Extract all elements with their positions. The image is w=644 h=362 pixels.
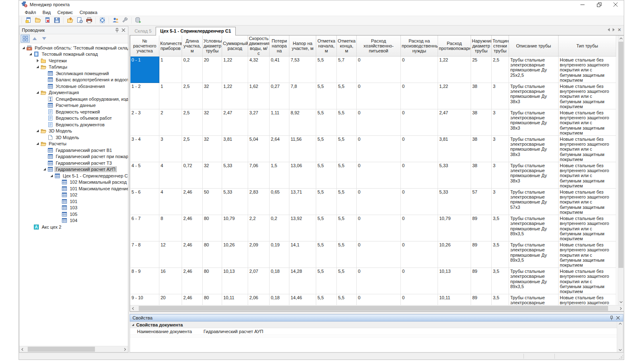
close-button[interactable]: [607, 0, 624, 9]
users-button[interactable]: [111, 17, 120, 25]
grid-cell[interactable]: 0: [357, 162, 401, 189]
grid-cell[interactable]: 80: [203, 241, 222, 268]
grid-cell[interactable]: 2,47: [222, 109, 248, 136]
grid-cell[interactable]: 0: [401, 83, 438, 109]
grid-cell[interactable]: Новые стальные без внутреннего защитного…: [559, 136, 616, 162]
grid-cell[interactable]: 80: [203, 268, 222, 294]
grid-cell[interactable]: 2,47: [438, 109, 471, 136]
tree-item[interactable]: Тестовый пожарный склад: [19, 51, 128, 58]
tree-item[interactable]: Цех 5-1 - Спринклердренчер С1: [19, 173, 128, 179]
column-header[interactable]: Расход хозяйственно-питьевой: [357, 35, 401, 57]
grid-cell[interactable]: 13,06: [289, 162, 316, 189]
tree-item[interactable]: 102: [19, 192, 128, 199]
properties-group-row[interactable]: Свойства документа: [130, 322, 617, 328]
grid-cell[interactable]: 2,06: [248, 294, 270, 305]
grid-cell[interactable]: Новые стальные без внутреннего защитного…: [559, 109, 616, 136]
tree-item[interactable]: 104: [19, 218, 128, 224]
grid-cell[interactable]: 89: [471, 268, 492, 294]
properties-vscrollbar[interactable]: [617, 322, 623, 352]
grid-cell[interactable]: 8,92: [289, 109, 316, 136]
grid-cell[interactable]: 38: [471, 136, 492, 162]
grid-cell[interactable]: 5,5: [316, 215, 337, 241]
grid-cell[interactable]: Трубы стальные электросварные прямошовны…: [509, 294, 559, 305]
column-header[interactable]: № расчетного участка: [130, 35, 159, 57]
grid-cell[interactable]: 5,04: [248, 136, 270, 162]
property-row[interactable]: Наименование документа Гидравлический ра…: [130, 328, 617, 335]
grid-cell[interactable]: 2 - 3: [130, 109, 159, 136]
column-header[interactable]: Расход на производственные нужды: [401, 35, 438, 57]
tree-item[interactable]: Ведомость документов: [19, 121, 128, 128]
grid-cell[interactable]: 0: [357, 241, 401, 268]
scroll-down-icon[interactable]: [618, 348, 621, 351]
grid-cell[interactable]: 2,46: [182, 241, 203, 268]
grid-cell[interactable]: 11,56: [289, 136, 316, 162]
tree-item[interactable]: Гидравлический расчет АУП: [19, 166, 128, 173]
grid-cell[interactable]: 3: [492, 136, 509, 162]
column-header[interactable]: Количество приборов: [159, 35, 182, 57]
pin-icon[interactable]: [114, 27, 120, 33]
grid-cell[interactable]: 14,28: [289, 268, 316, 294]
group-view-button[interactable]: [21, 35, 30, 43]
grid-cell[interactable]: 4,32: [248, 57, 270, 83]
tree-item[interactable]: Акс цех 2: [19, 224, 128, 230]
grid-cell[interactable]: Новые стальные без внутреннего защитного…: [559, 57, 616, 83]
tree-item[interactable]: 3D Модель: [19, 128, 128, 135]
tree-item[interactable]: 101: [19, 198, 128, 205]
column-header[interactable]: Тип трубы: [559, 35, 616, 57]
explorer-hscrollbar[interactable]: [19, 346, 128, 352]
column-header[interactable]: Отметка начала, м: [316, 35, 337, 57]
expander-open-icon[interactable]: [35, 91, 40, 94]
tree-item[interactable]: 3D Модель: [19, 134, 128, 141]
column-header[interactable]: Длина участка, м: [182, 35, 203, 57]
tree-item[interactable]: Спецификация оборудования, изделий и м: [19, 96, 128, 102]
toolbar-grip[interactable]: [108, 18, 109, 24]
grid-cell[interactable]: 8: [159, 215, 182, 241]
grid-cell[interactable]: Трубы стальные электросварные прямошовны…: [509, 241, 559, 268]
close-document-button[interactable]: [43, 17, 52, 25]
grid-cell[interactable]: 12: [159, 241, 182, 268]
grid-cell[interactable]: 16: [159, 268, 182, 294]
grid-cell[interactable]: 5,5: [337, 268, 357, 294]
grid-cell[interactable]: 89: [471, 241, 492, 268]
grid-cell[interactable]: 3,5: [492, 294, 509, 305]
wrench-button[interactable]: [120, 17, 130, 25]
grid-cell[interactable]: 0,27: [270, 83, 289, 109]
grid-cell[interactable]: Новые стальные без внутреннего защитного…: [559, 83, 616, 109]
scroll-thumb[interactable]: [618, 42, 623, 268]
tree-item[interactable]: 105: [19, 211, 128, 218]
grid-cell[interactable]: 10,79: [222, 215, 248, 241]
tree-item[interactable]: Ведомость чертежей: [19, 109, 128, 115]
grid-cell[interactable]: 2,83: [248, 189, 270, 215]
grid-cell[interactable]: 3: [159, 136, 182, 162]
tree-item[interactable]: Экспликация помещений: [19, 70, 128, 77]
tab-scroll-left-icon[interactable]: [608, 28, 610, 31]
grid-cell[interactable]: 2,46: [182, 294, 203, 305]
grid-cell[interactable]: 3,27: [248, 109, 270, 136]
grid-cell[interactable]: 80: [203, 215, 222, 241]
target-button[interactable]: [97, 17, 107, 25]
tree-item[interactable]: 102 Максимальный расход: [19, 179, 128, 186]
new-project-button[interactable]: [24, 17, 33, 25]
grid-cell[interactable]: Трубы стальные электросварные прямошовны…: [509, 109, 559, 136]
grid-cell[interactable]: 4: [159, 162, 182, 189]
grid-cell[interactable]: 5,5: [316, 83, 337, 109]
expander-open-icon[interactable]: [49, 175, 54, 177]
column-header[interactable]: Напор на участке, м: [289, 35, 316, 57]
scroll-right-icon[interactable]: [122, 346, 128, 353]
grid-cell[interactable]: 0: [401, 162, 438, 189]
grid-cell[interactable]: 0: [357, 57, 401, 83]
grid-cell[interactable]: 0: [357, 83, 401, 109]
grid-cell[interactable]: 5,5: [316, 162, 337, 189]
scroll-thumb[interactable]: [28, 347, 95, 352]
tree-item[interactable]: Гидравлический расчет В1: [19, 147, 128, 154]
column-header[interactable]: Наружний диаметр трубы: [471, 35, 492, 57]
grid-cell[interactable]: 5,5: [337, 109, 357, 136]
toolbar-grip[interactable]: [95, 18, 96, 24]
grid-cell[interactable]: Трубы стальные электросварные прямошовны…: [509, 189, 559, 215]
expander-open-icon[interactable]: [35, 130, 40, 132]
grid-cell[interactable]: Новые стальные без внутреннего защитного…: [559, 268, 616, 294]
column-header[interactable]: Скорость движения воды, м/с: [248, 35, 270, 57]
grid-cell[interactable]: 0: [357, 268, 401, 294]
grid-cell[interactable]: 32: [203, 162, 222, 189]
grid-cell[interactable]: 32: [203, 83, 222, 109]
